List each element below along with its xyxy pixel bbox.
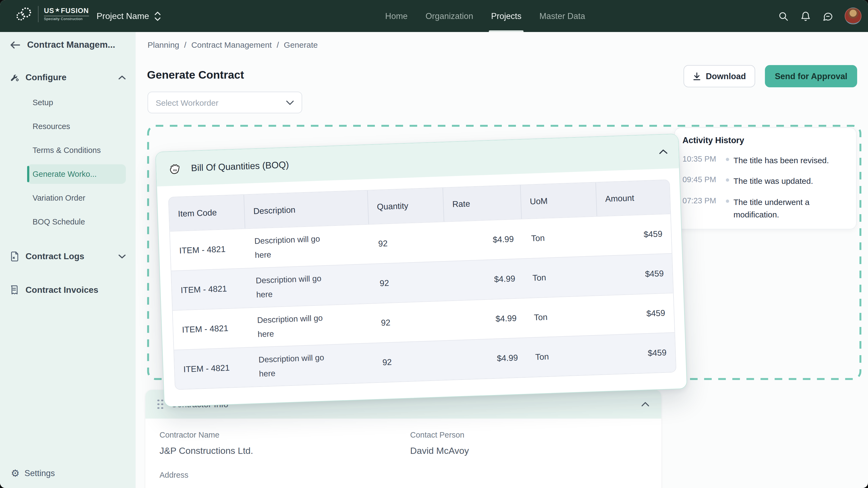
cell-item-code: ITEM - 4821 [173,308,250,350]
project-selector[interactable]: Project Name [97,0,161,32]
bell-icon[interactable] [800,10,811,22]
drag-handle-icon[interactable] [157,399,163,409]
brand-text: US★FUSION Specialty Construction [44,7,89,21]
top-navbar: US★FUSION Specialty Construction Project… [0,0,868,32]
invoice-icon [10,285,20,295]
activity-list: 10:35 PM The title has been revised. 09:… [682,154,848,221]
contractor-name-value: J&P Constructions Ltd. [159,446,388,457]
sidebar-item-variation-order[interactable]: Variation Order [27,188,126,208]
boq-card-title: Bill Of Quantities (BOQ) [191,159,289,174]
cell-rate: $4.99 [446,259,525,301]
activity-text: The title was updated. [734,175,848,188]
cell-amount: $459 [597,214,672,256]
nav-home[interactable]: Home [385,0,408,32]
activity-entry: 07:23 PM The title underwent a modificat… [682,195,848,221]
breadcrumb-separator: / [277,40,279,50]
activity-entry: 09:45 PM The title was updated. [682,175,848,188]
sidebar-item-generate-workorder[interactable]: Generate Worko... [27,164,126,184]
breadcrumb-generate[interactable]: Generate [284,40,318,50]
settings-label: Settings [24,468,55,478]
file-x-icon [10,251,20,262]
cell-amount: $459 [600,293,675,335]
cell-item-code: ITEM - 4821 [172,268,248,310]
settings-button[interactable]: ⚙ Settings [11,468,55,478]
search-icon[interactable] [778,10,789,22]
nav-master-data[interactable]: Master Data [539,0,585,32]
activity-history-panel: Activity History 10:35 PM The title has … [674,127,857,229]
brand-us: US [44,7,54,14]
sidebar-back-button[interactable]: Contract Managem... [10,40,115,50]
user-avatar[interactable] [845,8,862,24]
address-label: Address [159,470,188,479]
column-header-item-code: Item Code [169,195,245,231]
sidebar-item-terms-conditions[interactable]: Terms & Conditions [27,140,126,160]
activity-history-title: Activity History [682,135,848,145]
workorder-placeholder: Select Workorder [156,98,218,107]
chevron-up-icon[interactable] [659,149,668,154]
workorder-select[interactable]: Select Workorder [148,92,302,113]
column-header-uom: UoM [521,183,597,219]
brand-logo: US★FUSION Specialty Construction [14,5,89,23]
cell-quantity: 92 [370,262,447,303]
primary-nav: Home Organization Projects Master Data [385,0,585,32]
navbar-actions [778,0,862,32]
sidebar-item-boq-schedule[interactable]: BOQ Schedule [27,212,126,231]
gear-icon: ⚙ [11,468,20,478]
cell-description: Description will go here [248,304,373,347]
breadcrumb-contract-management[interactable]: Contract Management [191,40,272,50]
send-for-approval-button[interactable]: Send for Approval [765,65,857,87]
cell-description: Description will go here [250,343,375,387]
chat-icon[interactable] [823,10,833,22]
cell-item-code: ITEM - 4821 [170,229,247,271]
contact-person-label: Contact Person [410,430,638,439]
cell-item-code: ITEM - 4821 [174,348,251,389]
contract-logs-label: Contract Logs [26,252,84,261]
cell-rate: $4.99 [444,219,523,261]
contact-person-value: David McAvoy [410,446,638,457]
cell-rate: $4.99 [447,298,526,340]
send-for-approval-label: Send for Approval [775,71,847,81]
activity-entry: 10:35 PM The title has been revised. [682,154,848,167]
nav-organization[interactable]: Organization [426,0,473,32]
download-button[interactable]: Download [684,65,755,87]
boq-card[interactable]: Bill Of Quantities (BOQ) Item Code Descr… [155,134,687,407]
cell-quantity: 92 [372,301,448,343]
chevron-down-icon [286,100,294,105]
bullet-dot-icon [726,199,729,202]
column-header-rate: Rate [443,185,522,222]
arrow-left-icon [10,40,21,49]
contractor-info-body: Contractor Name J&P Constructions Ltd. C… [145,419,661,445]
bullet-dot-icon [726,178,729,182]
boq-card-body: Item Code Description Quantity Rate UoM … [157,168,686,401]
cell-rate: $4.99 [448,338,527,380]
sidebar-item-setup[interactable]: Setup [27,93,126,112]
cell-uom: Ton [525,296,601,337]
wrench-gear-icon [10,72,20,83]
activity-text: The title has been revised. [734,154,848,167]
activity-text: The title underwent a modification. [734,195,848,221]
column-header-amount: Amount [596,180,670,216]
sidebar-group-configure[interactable]: Configure [10,72,126,83]
breadcrumb-separator: / [184,40,186,50]
sidebar-item-contract-logs[interactable]: Contract Logs [10,251,126,262]
configure-label: Configure [26,72,66,82]
cell-uom: Ton [522,217,599,258]
activity-time: 10:35 PM [682,154,721,163]
logo-divider [38,6,38,22]
sidebar-item-resources[interactable]: Resources [27,117,126,136]
nav-projects[interactable]: Projects [491,0,522,32]
cell-uom: Ton [523,256,600,298]
chevron-down-icon[interactable] [118,254,126,259]
breadcrumb-planning[interactable]: Planning [148,40,179,50]
chevron-up-icon[interactable] [641,402,649,407]
boq-table: Item Code Description Quantity Rate UoM … [168,180,677,390]
app-window: US★FUSION Specialty Construction Project… [0,0,868,488]
breadcrumb: Planning / Contract Management / Generat… [148,40,318,50]
cell-description: Description will go here [245,225,370,268]
download-label: Download [706,71,746,81]
sidebar-item-contract-invoices[interactable]: Contract Invoices [10,285,126,295]
cell-description: Description will go here [247,264,372,308]
chevron-up-icon[interactable] [118,75,126,79]
star-icon: ★ [55,7,61,13]
bullet-dot-icon [726,158,729,161]
